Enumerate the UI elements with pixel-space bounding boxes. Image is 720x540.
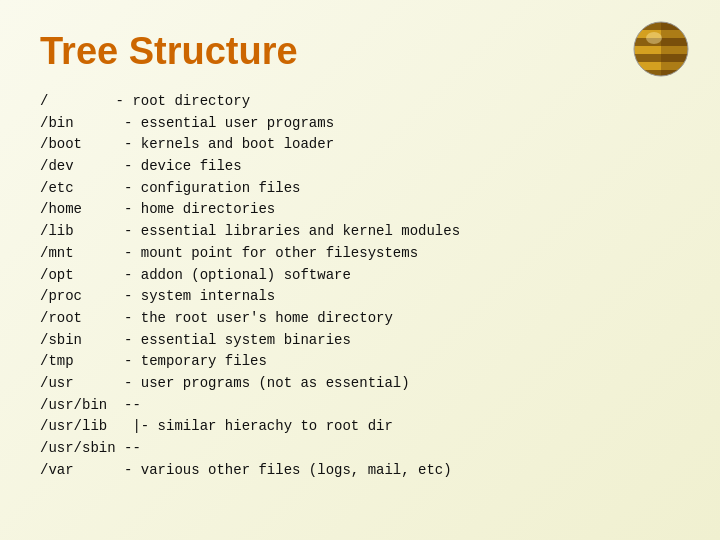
slide-title: Tree Structure [40,30,680,73]
content-block: / - root directory /bin - essential user… [40,91,680,481]
svg-rect-6 [661,22,688,76]
logo [632,20,690,78]
slide: Tree Structure / - root directory /bin -… [0,0,720,540]
svg-point-7 [646,32,662,44]
